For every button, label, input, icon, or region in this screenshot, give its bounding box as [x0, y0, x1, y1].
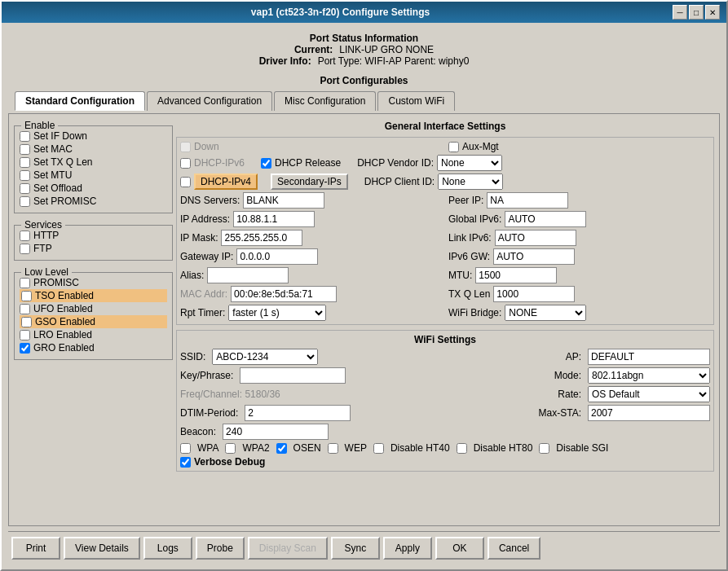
aux-mgt-col: Aux-Mgt	[448, 141, 710, 152]
set-mac-checkbox[interactable]	[20, 144, 30, 155]
key-phrase-input[interactable]	[240, 367, 346, 384]
tab-standard-configuration[interactable]: Standard Configuration	[15, 91, 145, 111]
maximize-button[interactable]: □	[689, 5, 704, 20]
left-panel: Enable Set IF Down Set MAC Set TX Q Len	[14, 119, 173, 520]
print-button[interactable]: Print	[11, 537, 60, 560]
verbose-debug-checkbox[interactable]	[180, 457, 191, 468]
disable-sgi-label: Disable SGI	[556, 442, 608, 454]
dtim-label: DTIM-Period:	[180, 407, 238, 419]
aux-mgt-label: Aux-Mgt	[462, 141, 499, 152]
dhcp-ipv6-checkbox[interactable]	[180, 158, 191, 169]
lro-enabled-checkbox[interactable]	[20, 330, 30, 340]
down-col: Down	[180, 141, 442, 152]
wifi-row-security: WPA WPA2 OSEN WEP Disable HT40 Disable H…	[180, 442, 710, 454]
global-ipv6-input[interactable]	[505, 211, 586, 227]
peer-ip-input[interactable]	[487, 192, 568, 209]
set-offload-checkbox[interactable]	[20, 183, 30, 194]
dhcp-ipv4-button[interactable]: DHCP-IPv4	[194, 173, 258, 190]
ap-input[interactable]	[588, 349, 710, 365]
wifi-row-freq: Freq/Channel: 5180/36 Rate: OS Default	[180, 386, 710, 402]
minimize-button[interactable]: ─	[673, 5, 687, 20]
row-alias: Alias: MTU:	[180, 267, 710, 283]
tab-misc-configuration[interactable]: Misc Configuration	[274, 91, 376, 111]
tab-custom-wifi[interactable]: Custom WiFi	[377, 91, 455, 111]
tso-enabled-checkbox[interactable]	[21, 291, 32, 301]
probe-button[interactable]: Probe	[196, 537, 245, 560]
dhcp-release-checkbox[interactable]	[261, 158, 271, 169]
view-details-button[interactable]: View Details	[64, 537, 140, 560]
ftp-label: FTP	[33, 243, 52, 254]
alias-input[interactable]	[207, 267, 289, 283]
enable-group-title: Enable	[21, 120, 58, 131]
link-ipv6-input[interactable]	[495, 230, 576, 246]
down-checkbox[interactable]	[180, 142, 191, 152]
verbose-debug-label: Verbose Debug	[194, 456, 265, 468]
wpa2-checkbox[interactable]	[225, 443, 236, 454]
ipv6-gw-input[interactable]	[493, 248, 575, 265]
promisc-item: PROMISC	[20, 276, 167, 289]
wifi-row-ssid: SSID: ABCD-1234 AP:	[180, 349, 710, 365]
peer-ip-label: Peer IP:	[448, 195, 483, 206]
secondary-ips-button[interactable]: Secondary-IPs	[271, 173, 348, 190]
apply-button[interactable]: Apply	[383, 537, 432, 560]
ftp-checkbox[interactable]	[20, 244, 30, 254]
wifi-bridge-label: WiFi Bridge:	[448, 307, 501, 318]
gro-enabled-checkbox[interactable]	[20, 343, 30, 354]
http-checkbox[interactable]	[20, 231, 30, 241]
set-if-down-checkbox[interactable]	[20, 131, 30, 142]
port-status-current-row: Current: LINK-UP GRO NONE	[11, 44, 717, 55]
ip-address-label: IP Address:	[180, 213, 230, 225]
mode-select[interactable]: 802.11abgn	[588, 367, 710, 384]
cancel-button[interactable]: Cancel	[488, 537, 540, 560]
disable-sgi-checkbox[interactable]	[539, 443, 549, 454]
beacon-input[interactable]	[223, 424, 329, 440]
dhcp-vendor-select[interactable]: None	[437, 155, 502, 171]
promisc-checkbox[interactable]	[20, 278, 30, 288]
set-tx-q-len-label: Set TX Q Len	[33, 156, 93, 168]
ssid-select[interactable]: ABCD-1234	[212, 349, 318, 365]
tx-q-input[interactable]	[493, 286, 575, 302]
set-tx-q-len-checkbox[interactable]	[20, 157, 30, 168]
ip-address-input[interactable]	[233, 211, 315, 227]
wifi-bridge-select[interactable]: NONE	[505, 305, 586, 321]
title-bar-buttons: ─ □ ✕	[673, 5, 720, 20]
aux-mgt-checkbox[interactable]	[448, 142, 459, 152]
disable-ht40-checkbox[interactable]	[373, 443, 384, 454]
tab-advanced-configuration[interactable]: Advanced Configuration	[147, 91, 272, 111]
wpa-checkbox[interactable]	[180, 443, 191, 454]
ok-button[interactable]: OK	[435, 537, 484, 560]
rpt-timer-select[interactable]: faster (1 s)	[228, 305, 326, 321]
ip-mask-label: IP Mask:	[180, 232, 218, 244]
dhcp-ipv4-checkbox[interactable]	[180, 177, 191, 187]
dhcp-client-select[interactable]: None	[438, 173, 503, 190]
display-scan-button[interactable]: Display Scan	[248, 537, 328, 560]
gateway-label: Gateway IP:	[180, 251, 233, 262]
sync-button[interactable]: Sync	[331, 537, 380, 560]
wep-checkbox[interactable]	[328, 443, 338, 454]
logs-button[interactable]: Logs	[143, 537, 192, 560]
global-ipv6-label: Global IPv6:	[448, 213, 501, 225]
dns-input[interactable]	[243, 192, 324, 209]
row-rpt-timer: Rpt Timer: faster (1 s) WiFi Bridge: NON…	[180, 305, 710, 321]
verbose-debug-row: Verbose Debug	[180, 456, 710, 468]
set-mtu-checkbox[interactable]	[20, 170, 30, 181]
ufo-enabled-checkbox[interactable]	[20, 304, 30, 314]
rate-label: Rate:	[558, 389, 581, 400]
port-status-driver-row: Driver Info: Port Type: WIFI-AP Parent: …	[11, 55, 717, 67]
ip-mask-input[interactable]	[221, 230, 302, 246]
close-button[interactable]: ✕	[705, 5, 720, 20]
down-label: Down	[194, 141, 219, 152]
gso-enabled-checkbox[interactable]	[21, 317, 32, 327]
max-sta-input[interactable]	[588, 405, 710, 421]
disable-ht80-checkbox[interactable]	[457, 443, 467, 454]
mtu-input[interactable]	[475, 267, 557, 283]
ipv6-gw-label: IPv6 GW:	[448, 251, 490, 262]
set-promisc-checkbox[interactable]	[20, 196, 30, 207]
ufo-enabled-label: UFO Enabled	[33, 303, 93, 314]
mac-input[interactable]	[231, 286, 337, 302]
rate-select[interactable]: OS Default	[588, 386, 710, 402]
dtim-input[interactable]	[245, 405, 351, 421]
gateway-input[interactable]	[236, 248, 318, 265]
osen-checkbox[interactable]	[276, 443, 287, 454]
wpa-label: WPA	[197, 442, 218, 454]
